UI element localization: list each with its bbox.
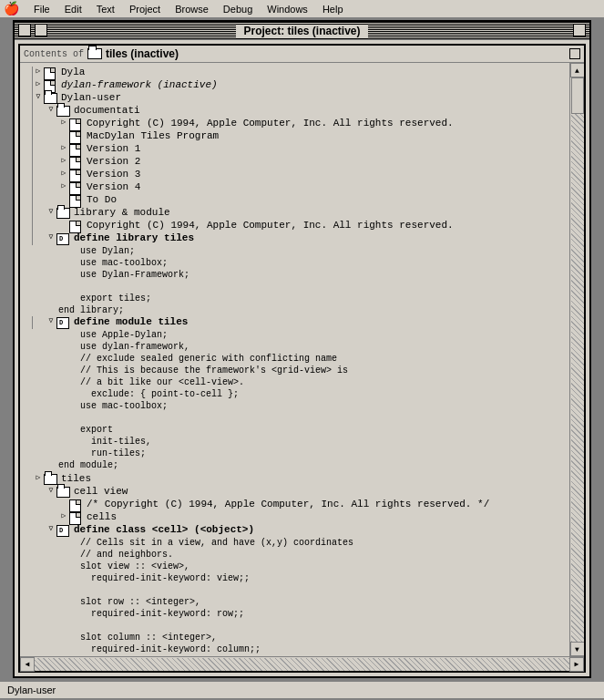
list-item[interactable]: ▷ Dyla [20,67,569,79]
item-label: Dyla [61,67,85,77]
apple-menu[interactable]: 🍎 [4,1,19,16]
list-item[interactable]: ▽ cell view [20,486,569,499]
tree-scroll-area[interactable]: ▷ Dyla ▷ dylan-framework (inactive) ▽ Dy… [20,63,569,656]
menu-browse[interactable]: Browse [168,4,216,15]
triangle-icon[interactable]: ▷ [58,118,69,126]
triangle-icon[interactable]: ▷ [58,511,69,520]
code-content: use Dylan; use mac-toolbox; use Dylan-Fr… [56,245,189,316]
triangle-icon[interactable]: ▽ [46,207,56,215]
item-label: Copyright (C) 1994, Apple Computer, Inc.… [87,118,454,129]
item-label: Version 2 [87,156,140,167]
item-label: Version 1 [87,143,140,154]
menu-windows[interactable]: Windows [260,4,315,15]
scroll-right-button[interactable]: ▶ [569,657,584,672]
scroll-track[interactable] [571,77,584,642]
triangle-icon[interactable]: ▽ [46,524,56,532]
triangle-icon[interactable]: ▷ [58,181,69,190]
triangle-icon[interactable]: ▷ [58,156,69,164]
zoom-button[interactable] [35,24,47,36]
title-bar-controls [18,24,47,36]
list-item[interactable]: ▷ cells [20,511,569,524]
code-block-row: use Apple-Dylan; use dylan-framework, //… [20,329,569,471]
list-item[interactable]: ▽ define class <cell> (<object>) [20,524,569,537]
triangle-icon[interactable]: ▽ [46,316,56,324]
list-item[interactable]: Copyright (C) 1994, Apple Computer, Inc.… [20,220,569,232]
list-item[interactable]: ▷ Version 4 [20,181,569,194]
vertical-scrollbar[interactable]: ▲ ▼ [569,63,584,656]
source-icon [56,233,71,244]
list-item[interactable]: ▽ Dylan-user [20,92,569,105]
triangle-icon[interactable]: ▷ [33,67,44,75]
title-bar-right [573,24,586,36]
code-block-row: // Cells sit in a view, and have (x,y) c… [20,537,569,655]
menu-project[interactable]: Project [122,4,168,15]
item-label: cell view [74,486,128,497]
horizontal-scroll-track[interactable] [35,658,569,671]
inner-title-bar: Contents of tiles (inactive) [20,46,584,63]
inner-title-text: tiles (inactive) [106,47,179,60]
code-block-row: use Dylan; use mac-toolbox; use Dylan-Fr… [20,245,569,316]
status-bar: Dylan-user [0,680,604,698]
triangle-icon[interactable]: ▽ [46,232,56,241]
triangle-icon[interactable]: ▷ [33,473,44,481]
triangle-icon[interactable]: ▷ [58,143,69,151]
inner-title-left: Contents of tiles (inactive) [24,47,179,60]
menu-text[interactable]: Text [89,4,122,15]
tree-content: ▷ Dyla ▷ dylan-framework (inactive) ▽ Dy… [20,63,584,656]
horizontal-scrollbar[interactable]: ◀ ▶ [20,656,584,671]
menu-help[interactable]: Help [315,4,351,15]
item-label: Version 3 [87,169,140,180]
item-label: Version 4 [87,181,140,192]
triangle-icon[interactable]: ▷ [33,79,44,88]
inner-close-button[interactable] [569,48,580,59]
folder-icon [44,93,58,104]
scroll-left-button[interactable]: ◀ [20,657,35,672]
list-item[interactable]: To Do [20,194,569,207]
list-item[interactable]: ▷ tiles [20,473,569,486]
item-label: Dylan-user [61,92,121,103]
code-content: use Apple-Dylan; use dylan-framework, //… [56,329,348,471]
item-label: cells [87,511,117,522]
list-item[interactable]: ▽ define module tiles [20,316,569,329]
list-item[interactable]: ▷ dylan-framework (inactive) [20,79,569,92]
triangle-icon[interactable]: ▽ [46,486,56,494]
project-panel: Contents of tiles (inactive) ▷ Dyla ▷ [18,44,586,673]
folder-icon [56,487,71,498]
item-label: dylan-framework (inactive) [61,79,218,90]
list-item[interactable]: /* Copyright (C) 1994, Apple Computer, I… [20,499,569,511]
doc-icon [69,182,84,193]
triangle-icon[interactable]: ▷ [58,169,69,177]
item-label: define library tiles [74,232,194,243]
doc-icon [69,499,84,510]
list-item[interactable]: ▽ documentati [20,105,569,118]
scroll-up-button[interactable]: ▲ [570,63,585,77]
item-label: library & module [74,207,170,218]
menu-edit[interactable]: Edit [57,4,89,15]
menu-bar: 🍎 File Edit Text Project Browse Debug Wi… [0,0,604,18]
status-text: Dylan-user [7,685,56,695]
scroll-thumb[interactable] [571,77,584,114]
list-item[interactable]: ▽ define library tiles [20,232,569,245]
folder-icon [56,106,71,117]
list-item[interactable]: ▷ Version 1 [20,143,569,156]
close-button[interactable] [18,24,31,36]
collapse-button[interactable] [573,24,586,36]
list-item[interactable]: MacDylan Tiles Program [20,130,569,143]
scroll-down-button[interactable]: ▼ [570,642,585,656]
list-item[interactable]: ▷ Version 2 [20,156,569,169]
doc-icon [69,131,84,142]
list-item[interactable]: ▽ library & module [20,207,569,220]
source-icon [56,525,71,536]
list-item[interactable]: ▷ Copyright (C) 1994, Apple Computer, In… [20,118,569,130]
folder-icon [56,208,71,219]
doc-icon [69,144,84,155]
doc-icon [69,170,84,180]
triangle-icon[interactable]: ▽ [46,105,56,113]
list-item[interactable]: ▷ Version 3 [20,169,569,181]
triangle-icon[interactable]: ▽ [33,92,44,100]
contents-label: Contents of [24,49,84,59]
item-label: Copyright (C) 1994, Apple Computer, Inc.… [87,220,454,231]
doc-icon [69,157,84,168]
menu-debug[interactable]: Debug [216,4,260,15]
menu-file[interactable]: File [26,4,57,15]
